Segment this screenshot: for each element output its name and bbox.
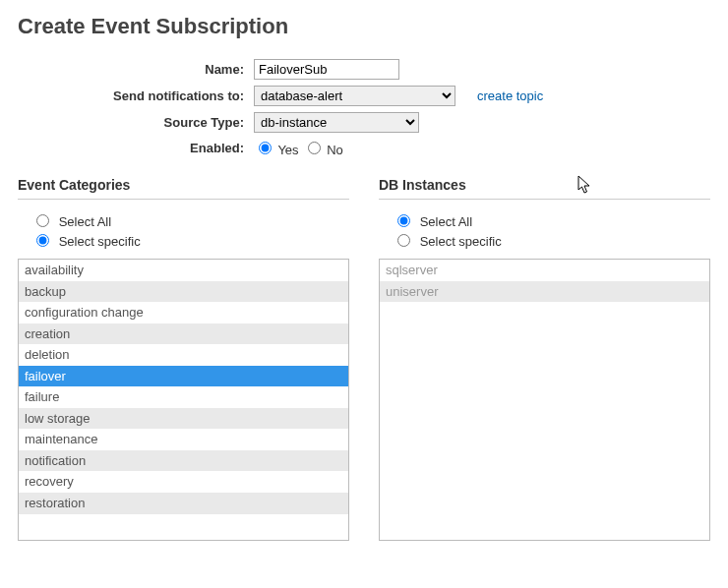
event-category-item[interactable]: low storage — [19, 408, 348, 430]
event-category-item[interactable]: notification — [19, 450, 348, 472]
event-category-item[interactable]: failover — [19, 366, 348, 387]
event-category-item[interactable]: maintenance — [19, 429, 348, 450]
source-type-label: Source Type: — [18, 115, 244, 130]
enabled-yes-text: Yes — [277, 143, 298, 157]
enabled-no-option[interactable]: No — [303, 139, 343, 157]
source-type-select[interactable]: db-instance — [254, 112, 419, 133]
event-categories-listbox[interactable]: availabilitybackupconfiguration changecr… — [18, 259, 349, 541]
name-input[interactable] — [254, 59, 399, 80]
db-instances-select-specific-radio[interactable] — [397, 234, 410, 247]
db-instances-select-specific-text: Select specific — [420, 234, 502, 249]
event-categories-title: Event Categories — [18, 177, 349, 200]
enabled-label: Enabled: — [18, 141, 244, 155]
db-instances-select-all-text: Select All — [420, 214, 472, 229]
send-notifications-label: Send notifications to: — [18, 88, 244, 103]
db-instances-select-all-option[interactable]: Select All — [393, 211, 710, 229]
send-notifications-select[interactable]: database-alert — [254, 86, 455, 106]
enabled-no-radio[interactable] — [308, 142, 321, 154]
event-category-item[interactable]: deletion — [19, 344, 348, 366]
event-category-item[interactable]: backup — [19, 281, 348, 303]
enabled-yes-option[interactable]: Yes — [254, 139, 299, 157]
db-instances-select-all-radio[interactable] — [397, 214, 410, 227]
db-instance-item[interactable]: uniserver — [380, 281, 709, 303]
event-categories-select-all-text: Select All — [59, 214, 111, 229]
create-topic-link[interactable]: create topic — [477, 88, 543, 103]
db-instance-item[interactable]: sqlserver — [380, 260, 709, 281]
event-category-item[interactable]: restoration — [19, 493, 348, 514]
event-categories-select-specific-option[interactable]: Select specific — [31, 231, 349, 249]
enabled-yes-radio[interactable] — [259, 142, 272, 154]
db-instances-select-specific-option[interactable]: Select specific — [393, 231, 710, 249]
event-category-item[interactable]: availability — [19, 260, 348, 281]
enabled-no-text: No — [327, 143, 343, 157]
event-categories-select-specific-radio[interactable] — [36, 234, 49, 247]
event-category-item[interactable]: configuration change — [19, 302, 348, 323]
event-category-item[interactable]: recovery — [19, 471, 348, 493]
event-category-item[interactable]: creation — [19, 323, 348, 345]
event-categories-select-specific-text: Select specific — [59, 234, 141, 249]
page-title: Create Event Subscription — [18, 14, 710, 39]
event-categories-select-all-radio[interactable] — [36, 214, 49, 227]
db-instances-listbox[interactable]: sqlserveruniserver — [379, 259, 710, 541]
event-categories-select-all-option[interactable]: Select All — [31, 211, 349, 229]
name-label: Name: — [18, 62, 244, 77]
db-instances-title: DB Instances — [379, 177, 710, 200]
event-category-item[interactable]: failure — [19, 386, 348, 408]
